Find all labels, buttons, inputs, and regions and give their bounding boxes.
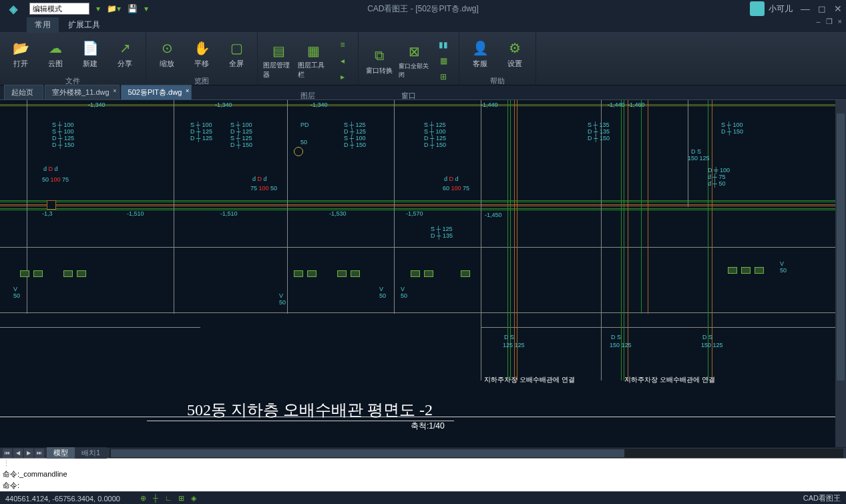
horizontal-scrollbar[interactable] xyxy=(110,449,843,458)
window-title: CAD看图王 - [502동PIT층.dwg] xyxy=(367,3,479,15)
inner-restore-icon[interactable]: ❐ xyxy=(826,17,833,26)
filetab-start[interactable]: 起始页 xyxy=(4,85,43,99)
dimension-label: S ┼ 100 xyxy=(52,128,73,135)
vertical-scrollbar[interactable] xyxy=(835,100,846,447)
dimension-label: D S xyxy=(702,334,712,340)
drawing-title: 502동 지하층 오배수배관 평면도 -2 xyxy=(187,399,433,421)
osnap-icon[interactable]: ◈ xyxy=(191,494,196,503)
menu-tab-ext[interactable]: 扩展工具 xyxy=(60,17,108,33)
ribbon-group-file: 📂打开 ☁云图 📄新建 ↗分享 文件 xyxy=(0,32,146,85)
pan-button[interactable]: ✋平移 xyxy=(186,35,217,72)
dimension-label: D ┼ 150 xyxy=(424,142,446,148)
win-small-2[interactable]: ▦ xyxy=(436,53,451,68)
dimension-label: 150 125 xyxy=(610,342,632,348)
dimension-label: -1,440 xyxy=(481,101,498,108)
dimension-label: 50 xyxy=(279,299,286,306)
window-switch-button[interactable]: ⧉窗口转换 xyxy=(364,42,395,79)
open-folder-icon[interactable]: 📁▾ xyxy=(107,4,121,13)
win-small-1[interactable]: ▮▮ xyxy=(436,37,451,52)
dimension-label: -1,460 xyxy=(628,101,645,108)
avatar[interactable] xyxy=(750,1,765,16)
inner-window-controls: – ❐ × xyxy=(816,17,842,26)
dimension-label: 150 125 xyxy=(688,155,710,162)
dimension-label: D ╪ 100 xyxy=(708,167,730,174)
dimension-label: -1,440 xyxy=(608,101,625,108)
command-input[interactable] xyxy=(19,482,843,490)
share-button[interactable]: ↗分享 xyxy=(110,35,140,72)
layer-stack-icon[interactable]: ≡ xyxy=(335,37,350,52)
ribbon-group-layer: ▤图层管理器 ▦图层工具栏 ≡ ◂ ▸ 图层 xyxy=(258,32,359,85)
win-small-3[interactable]: ⊞ xyxy=(436,69,451,84)
dimension-label: V xyxy=(401,286,405,292)
dimension-label: S ┼ 100 xyxy=(190,121,212,128)
cloud-button[interactable]: ☁云图 xyxy=(40,35,71,72)
dimension-label: D ┼ 125 xyxy=(424,135,446,142)
ortho-icon[interactable]: ∟ xyxy=(165,494,172,503)
inner-minimize-icon[interactable]: – xyxy=(816,17,820,26)
layer-next-icon[interactable]: ▸ xyxy=(335,69,350,84)
menu-tab-common[interactable]: 常用 xyxy=(27,17,59,33)
ribbon-group-window: ⧉窗口转换 ⊠窗口全部关闭 ▮▮ ▦ ⊞ 窗口 xyxy=(359,32,459,85)
layer-prev-icon[interactable]: ◂ xyxy=(335,53,350,68)
close-icon[interactable]: ✕ xyxy=(834,3,842,14)
maximize-icon[interactable]: ◻ xyxy=(818,3,826,14)
dimension-label: V xyxy=(780,260,784,267)
zoom-button[interactable]: ⊙缩放 xyxy=(152,35,182,72)
share-icon: ↗ xyxy=(116,39,134,57)
support-button[interactable]: 👤客服 xyxy=(465,35,495,72)
dimension-label: d D d xyxy=(444,176,459,182)
close-icon[interactable]: × xyxy=(113,87,116,94)
minimize-icon[interactable]: — xyxy=(801,3,810,14)
prev-icon[interactable]: ◀ xyxy=(13,449,23,458)
close-icon[interactable]: × xyxy=(186,87,189,94)
dimension-label: D S xyxy=(691,148,701,155)
dimension-label: d D d xyxy=(252,176,267,182)
dimension-label: 75 100 50 xyxy=(250,185,277,192)
title-bar: ◈ ▾ 📁▾ 💾 ▾ CAD看图王 - [502동PIT층.dwg] 小可儿 —… xyxy=(0,0,846,17)
command-area: ⋮ 命令:_commandline 命令: xyxy=(0,458,846,491)
status-product: CAD看图王 xyxy=(803,493,841,503)
drawing-canvas[interactable]: 502동 지하층 오배수배관 평면도 -2 축척:1/40 S ┼ 100S ┼… xyxy=(0,100,846,447)
polar-icon[interactable]: ⊞ xyxy=(178,494,184,503)
save-icon[interactable]: 💾 xyxy=(128,4,138,13)
file-new-icon: 📄 xyxy=(81,39,99,57)
inner-close-icon[interactable]: × xyxy=(838,17,842,26)
qat-dropdown-icon[interactable]: ▾ xyxy=(144,4,148,13)
dimension-label: -1,340 xyxy=(88,101,105,108)
dimension-label: -1,3 xyxy=(42,210,53,217)
dimension-label: D ┼ 135 xyxy=(431,232,453,239)
grid-icon[interactable]: ┼ xyxy=(153,494,158,503)
user-area[interactable]: 小可儿 xyxy=(750,1,793,16)
mode-input[interactable] xyxy=(29,3,89,15)
dimension-label: -1,340 xyxy=(310,101,328,108)
layout-tab[interactable]: 배치1 xyxy=(75,447,107,459)
first-icon[interactable]: ⏮ xyxy=(3,449,12,458)
status-bar: 440561.4124, -65756.3404, 0.0000 ⊕ ┼ ∟ ⊞… xyxy=(0,491,846,504)
dimension-label: 125 125 xyxy=(503,342,525,348)
layout-bar: ⏮ ◀ ▶ ⏭ 模型 배치1 xyxy=(0,447,846,458)
next-icon[interactable]: ▶ xyxy=(24,449,33,458)
fullscreen-button[interactable]: ▢全屏 xyxy=(221,35,252,72)
new-button[interactable]: 📄新建 xyxy=(75,35,105,72)
fullscreen-icon: ▢ xyxy=(227,39,246,57)
ribbon: 📂打开 ☁云图 📄新建 ↗分享 文件 ⊙缩放 ✋平移 ▢全屏 览图 ▤图层管理器… xyxy=(0,32,846,85)
window-closeall-button[interactable]: ⊠窗口全部关闭 xyxy=(399,42,429,79)
layer-manager-button[interactable]: ▤图层管理器 xyxy=(263,42,294,79)
filetab-stairs[interactable]: 室外楼梯_11.dwg× xyxy=(45,85,120,99)
gear-icon: ⚙ xyxy=(505,39,524,57)
dimension-label: D ┼ 150 xyxy=(230,142,252,148)
quick-access-toolbar: ▾ 📁▾ 💾 ▾ xyxy=(96,4,148,13)
settings-button[interactable]: ⚙设置 xyxy=(499,35,530,72)
dimension-label: V xyxy=(279,292,283,299)
dimension-label: 50 xyxy=(13,292,20,299)
snap-icon[interactable]: ⊕ xyxy=(140,494,146,503)
model-tab[interactable]: 模型 xyxy=(47,447,75,459)
dimension-label: -1,450 xyxy=(485,212,502,218)
dimension-label: D ┼ 125 xyxy=(52,135,74,142)
last-icon[interactable]: ⏭ xyxy=(35,449,44,458)
layer-toolbar-button[interactable]: ▦图层工具栏 xyxy=(298,42,329,79)
open-button[interactable]: 📂打开 xyxy=(5,35,36,72)
window-controls: — ◻ ✕ xyxy=(801,3,842,14)
dropdown-icon[interactable]: ▾ xyxy=(96,4,100,13)
filetab-502[interactable]: 502동PIT층.dwg× xyxy=(121,85,192,99)
